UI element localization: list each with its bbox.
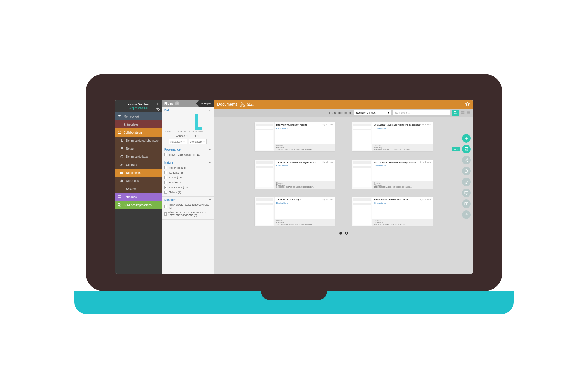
- display-button[interactable]: [462, 189, 471, 197]
- collapse-icon[interactable]: [208, 148, 211, 151]
- delete-button[interactable]: [462, 167, 471, 175]
- collapse-icon[interactable]: [208, 109, 211, 112]
- documents-grid: Interview Multitenant résolu Evaluations…: [231, 122, 456, 226]
- user-block: Pauline Gauthier Responsable RH: [115, 100, 162, 112]
- calendar-icon: [202, 140, 205, 143]
- page-dot-2[interactable]: [345, 232, 348, 235]
- nav-donnees-collaborateur[interactable]: Données du collaborateur: [115, 137, 162, 145]
- document-thumbnail: [255, 160, 275, 189]
- page-header: Documents (Voir): [214, 100, 473, 109]
- grid-view-button[interactable]: [460, 110, 465, 115]
- voir-link[interactable]: (Voir): [247, 103, 254, 106]
- nav-donnees-base[interactable]: Données de base: [115, 153, 162, 161]
- favorite-star-icon[interactable]: [465, 102, 470, 107]
- pin-button[interactable]: [462, 178, 471, 186]
- nav-salaires[interactable]: Salaires: [115, 185, 162, 193]
- clear-filters-button[interactable]: ×: [175, 101, 179, 105]
- nav-entretiens[interactable]: Entretiens: [115, 193, 162, 201]
- filter-checkbox-item[interactable]: Henri GOLE - 15E52535030A35C3 (3): [164, 203, 211, 210]
- copy-icon: [117, 203, 121, 207]
- svg-point-24: [465, 160, 465, 160]
- sidebar: Pauline Gauthier Responsable RH Mon cock…: [115, 100, 162, 274]
- page-dot-1[interactable]: [339, 232, 342, 235]
- filter-checkbox-item[interactable]: Entrée (4): [164, 180, 211, 185]
- nav-cockpit[interactable]: Mon cockpit: [115, 112, 162, 120]
- document-tag: Evaluations: [374, 202, 431, 204]
- trash-icon: [464, 169, 469, 173]
- filter-checkbox-item[interactable]: HRC – Documents RH (11): [164, 152, 211, 157]
- chart-x-labels: 201112 1314 1516 1718 192020: [164, 130, 211, 133]
- nav-label: Entreprises: [124, 123, 138, 126]
- document-time: il y a 3 mois: [420, 198, 431, 200]
- filter-checkbox-item[interactable]: Salaire (1): [164, 190, 211, 195]
- document-card[interactable]: 19.11.2019 - Evalution des objectifs 18.…: [352, 160, 433, 189]
- calendar-icon: [183, 140, 185, 143]
- collapse-icon[interactable]: [208, 199, 211, 201]
- nav-documents[interactable]: Documents: [115, 169, 162, 177]
- filter-checkbox-item[interactable]: Photocop - 15E52535030A35C3-15E525BCD316…: [164, 210, 211, 218]
- document-count: 11 / 54 documents: [329, 111, 352, 114]
- nav-label: Salaires: [126, 187, 136, 191]
- edit-icon: [120, 163, 124, 167]
- document-card[interactable]: Entretien de collaboration 2018 Evaluati…: [352, 197, 433, 226]
- document-card[interactable]: 19.11.2019 - Evaluer les objectifs 2.0 E…: [255, 160, 335, 189]
- settings-gear-icon[interactable]: [156, 107, 160, 111]
- svg-rect-13: [240, 105, 241, 107]
- hierarchy-icon[interactable]: [240, 102, 245, 107]
- nav-label: Mon cockpit: [124, 115, 139, 118]
- main-content: Documents (Voir) 11 / 54 documents Reche…: [214, 100, 473, 274]
- pagination: [231, 232, 456, 235]
- document-card[interactable]: 19.11.2019 - Campaign Evaluations il y a…: [255, 197, 335, 226]
- index-dropdown[interactable]: Recherche index▾: [354, 110, 391, 115]
- date-from-input[interactable]: 19.11.2019: [169, 139, 187, 144]
- svg-point-2: [118, 131, 119, 132]
- forward-button[interactable]: [462, 210, 471, 219]
- date-to-input[interactable]: 30.01.2020: [189, 139, 207, 144]
- forward-icon: [464, 212, 469, 217]
- filter-provenance-section: Provenance HRC – Documents RH (11): [162, 146, 214, 159]
- filter-checkbox-item[interactable]: ✓Evaluations (11): [164, 185, 211, 190]
- filter-checkbox-item[interactable]: Absences (14): [164, 165, 211, 170]
- svg-rect-9: [119, 204, 121, 206]
- filters-header: Filtres × Masquer: [162, 100, 214, 107]
- nav-collaborateurs[interactable]: Collaborateurs: [115, 128, 162, 137]
- filter-checkbox-item[interactable]: Divers (22): [164, 175, 211, 180]
- book-open-icon: [464, 201, 469, 206]
- plus-icon: [464, 136, 469, 141]
- select-all-button[interactable]: Tous: [462, 145, 471, 153]
- search-button[interactable]: [452, 110, 459, 116]
- filter-date-label: Date: [164, 109, 171, 112]
- document-card[interactable]: 20.11.2019 - Avec appreciations assessme…: [352, 122, 433, 151]
- hide-filters-button[interactable]: Masquer: [199, 100, 214, 107]
- filters-panel: Filtres × Masquer Date 201112 1314 1516 …: [162, 100, 214, 274]
- document-card[interactable]: Interview Multitenant résolu Evaluations…: [255, 122, 335, 151]
- collapse-icon[interactable]: [208, 161, 211, 164]
- nav-contrats[interactable]: Contrats: [115, 161, 162, 169]
- share-button[interactable]: [462, 156, 471, 164]
- collapse-sidebar-button[interactable]: [156, 102, 160, 106]
- filter-checkbox-item[interactable]: Contrats (2): [164, 170, 211, 175]
- add-button[interactable]: [462, 134, 471, 143]
- filters-title: Filtres: [164, 102, 173, 105]
- nav-absences[interactable]: Absences: [115, 177, 162, 185]
- user-role: Responsable RH: [117, 107, 160, 110]
- square-icon: [120, 187, 124, 191]
- svg-rect-27: [465, 191, 468, 194]
- nav-suivi-impressions[interactable]: Suivi des impressions: [115, 201, 162, 209]
- list-view-button[interactable]: [466, 110, 471, 115]
- svg-rect-22: [467, 113, 470, 114]
- document-tag: Evaluations: [374, 164, 431, 167]
- read-button[interactable]: [462, 199, 471, 208]
- filter-nature-label: Nature: [164, 161, 173, 164]
- monitor-icon: [464, 191, 469, 195]
- user-name: Pauline Gauthier: [117, 103, 160, 106]
- pin-icon: [464, 180, 469, 184]
- document-tag: Evaluations: [374, 127, 431, 130]
- svg-rect-17: [463, 111, 465, 113]
- nav-notes[interactable]: Notes: [115, 145, 162, 153]
- nav-entreprises[interactable]: Entreprises: [115, 120, 162, 128]
- page-title: Documents: [217, 102, 237, 107]
- date-histogram-chart[interactable]: [164, 113, 211, 130]
- svg-rect-10: [183, 141, 185, 143]
- search-input[interactable]: Rechercher...: [393, 110, 450, 115]
